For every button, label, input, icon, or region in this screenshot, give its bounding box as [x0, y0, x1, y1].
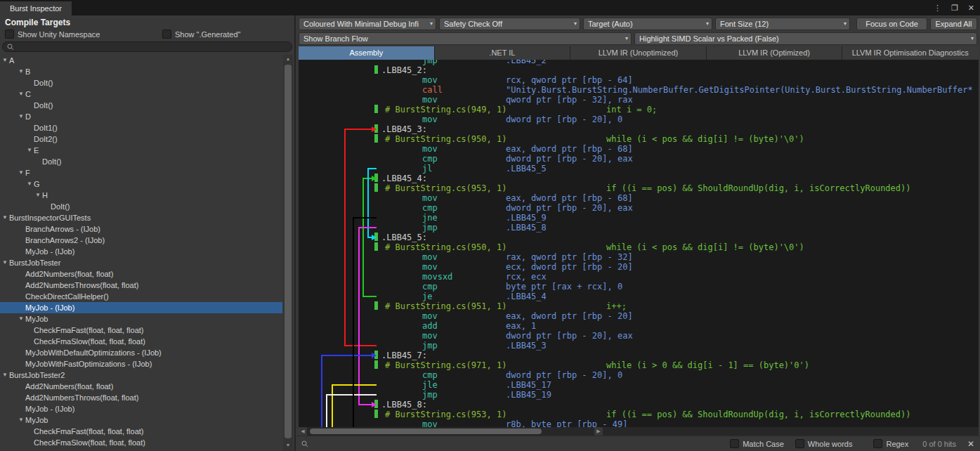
- expander-icon[interactable]: ▼: [18, 167, 25, 178]
- scroll-left-arrow[interactable]: ◀: [299, 427, 307, 436]
- horizontal-scrollbar[interactable]: ◀ ▶: [299, 427, 979, 436]
- expander-icon[interactable]: ▼: [2, 370, 9, 381]
- tree-item-brancharrows-ijob[interactable]: BranchArrows - (IJob): [0, 223, 282, 235]
- target-dropdown[interactable]: Target (Auto) ▾: [583, 18, 712, 30]
- tree-item-myjob-ijob[interactable]: MyJob - (IJob): [0, 403, 282, 414]
- expander-icon[interactable]: ▼: [35, 190, 42, 201]
- tree-item-label: DoIt(): [51, 202, 70, 211]
- match-case-checkbox[interactable]: Match Case: [730, 439, 784, 448]
- tree-item-label: H: [42, 191, 48, 200]
- tab-llvm-ir-optimized[interactable]: LLVM IR (Optimized): [707, 46, 843, 60]
- tree-item-doit[interactable]: DoIt(): [0, 77, 282, 89]
- font-size-dropdown[interactable]: Font Size (12) ▾: [715, 18, 850, 30]
- tree-item-add2numbers-float-float[interactable]: Add2Numbers(float, float): [0, 381, 282, 392]
- tree-item-h[interactable]: ▼H: [0, 190, 282, 201]
- tree-item-myjobwithdefaultoptimizations-ijob[interactable]: MyJobWithDefaultOptimizations - (IJob): [0, 347, 282, 358]
- show-generated-checkbox[interactable]: Show ".Generated": [162, 30, 240, 39]
- checkbox-box[interactable]: [162, 30, 171, 39]
- tree-item-myjob-ijob[interactable]: MyJob - (IJob): [0, 302, 282, 313]
- tree-item-myjob[interactable]: ▼MyJob: [0, 313, 282, 325]
- expander-icon[interactable]: ▼: [27, 145, 34, 156]
- targets-filter-input[interactable]: [17, 42, 287, 51]
- checkbox-box[interactable]: [730, 439, 739, 448]
- checkbox-box[interactable]: [873, 439, 882, 448]
- safety-check-dropdown[interactable]: Safety Check Off ▾: [439, 18, 580, 30]
- tree-item-checkdirectcallhelper[interactable]: CheckDirectCallHelper(): [0, 291, 282, 302]
- tree-item-doit2[interactable]: DoIt2(): [0, 133, 282, 145]
- expander-icon[interactable]: ▼: [2, 212, 9, 223]
- maximize-icon[interactable]: ❐: [951, 4, 958, 13]
- tree-item-add2numbersthrows-float-float[interactable]: Add2NumbersThrows(float, float): [0, 280, 282, 291]
- tree-item-burstjobtester[interactable]: ▼BurstJobTester: [0, 257, 282, 268]
- debug-information-dropdown[interactable]: Coloured With Minimal Debug Infi ▾: [299, 18, 436, 30]
- tree-item-checkfmaslow-float-float-float[interactable]: CheckFmaSlow(float, float, float): [0, 437, 282, 448]
- checkbox-box[interactable]: [5, 30, 14, 39]
- tree-item-checkfmaslow-float-float-float[interactable]: CheckFmaSlow(float, float, float): [0, 336, 282, 347]
- close-find-icon[interactable]: ✕: [967, 439, 974, 449]
- tree-item-myjobwithfastoptimizations-ijob[interactable]: MyJobWithFastOptimizations - (IJob): [0, 358, 282, 370]
- dropdown-value: Show Branch Flow: [303, 34, 368, 43]
- expand-all-button[interactable]: Expand All: [930, 18, 977, 30]
- tree-item-checkfmafast-float-float-float[interactable]: CheckFmaFast(float, float, float): [0, 426, 282, 437]
- expander-icon[interactable]: ▼: [18, 111, 25, 122]
- tree-item-b[interactable]: ▼B: [0, 66, 282, 77]
- tree-item-burstinspectorguitests[interactable]: ▼BurstInspectorGUITests: [0, 212, 282, 223]
- tree-item-e[interactable]: ▼E: [0, 145, 282, 156]
- close-icon[interactable]: ✕: [968, 4, 974, 13]
- chevron-down-icon: ▾: [971, 33, 974, 44]
- tree-item-c[interactable]: ▼C: [0, 89, 282, 100]
- tree-item-doit[interactable]: DoIt(): [0, 201, 282, 212]
- regex-checkbox[interactable]: Regex: [873, 439, 908, 448]
- expander-icon[interactable]: ▼: [18, 313, 25, 325]
- tree-item-g[interactable]: ▼G: [0, 178, 282, 190]
- tree-item-label: DoIt2(): [34, 135, 58, 143]
- tree-item-add2numbersthrows-float-float[interactable]: Add2NumbersThrows(float, float): [0, 392, 282, 403]
- tree-item-d[interactable]: ▼D: [0, 111, 282, 122]
- scrollbar-thumb[interactable]: [285, 65, 292, 438]
- expander-icon[interactable]: ▼: [2, 55, 9, 66]
- titlebar: Burst Inspector ⋮ ❐ ✕: [0, 0, 980, 15]
- tree-item-brancharrows2-ijob[interactable]: BranchArrows2 - (IJob): [0, 235, 282, 246]
- scroll-down-arrow[interactable]: ▼: [283, 441, 293, 450]
- expander-icon[interactable]: ▼: [18, 89, 25, 100]
- tree-item-burstjobtester2[interactable]: ▼BurstJobTester2: [0, 370, 282, 381]
- tree-item-myjob-ijob[interactable]: MyJob - (IJob): [0, 246, 282, 257]
- tree-item-label: MyJob: [25, 315, 48, 323]
- tree-item-label: CheckFmaSlow(float, float, float): [34, 438, 145, 447]
- menu-icon[interactable]: ⋮: [934, 4, 941, 13]
- tree-vertical-scrollbar[interactable]: ▲ ▼: [283, 55, 293, 451]
- find-input[interactable]: [315, 439, 723, 449]
- tree-item-myjob[interactable]: ▼MyJob: [0, 414, 282, 426]
- branch-arrowhead-icon: [372, 176, 377, 181]
- expander-icon[interactable]: ▼: [27, 178, 34, 190]
- assembly-code-view[interactable]: jmp.LBB45_2.LBB45_2:movrcx, qword ptr [r…: [299, 60, 979, 427]
- tab-llvm-ir-optimisation-diagnostics[interactable]: LLVM IR Optimisation Diagnostics: [842, 46, 978, 60]
- scroll-up-arrow[interactable]: ▲: [283, 55, 293, 63]
- expander-icon[interactable]: ▼: [18, 66, 25, 77]
- tree-item-doit[interactable]: DoIt(): [0, 100, 282, 111]
- targets-search-field[interactable]: [2, 41, 292, 52]
- tab-assembly[interactable]: Assembly: [299, 46, 435, 60]
- tab-llvm-ir-unoptimized[interactable]: LLVM IR (Unoptimized): [570, 46, 707, 60]
- simd-highlight-dropdown[interactable]: Highlight SIMD Scalar vs Packed (False) …: [634, 32, 977, 45]
- expander-icon[interactable]: ▼: [2, 257, 9, 268]
- focus-on-code-button[interactable]: Focus on Code: [856, 18, 927, 30]
- scrollbar-thumb[interactable]: [310, 429, 542, 434]
- tree-item-doit[interactable]: DoIt(): [0, 156, 282, 167]
- whole-words-checkbox[interactable]: Whole words: [795, 439, 853, 448]
- checkbox-box[interactable]: [795, 439, 804, 448]
- show-unity-namespace-checkbox[interactable]: Show Unity Namespace: [5, 30, 100, 39]
- window-tab[interactable]: Burst Inspector: [0, 1, 72, 15]
- tab-net-il[interactable]: .NET IL: [435, 46, 571, 60]
- tree-item-checkfmafast-float-float-float[interactable]: CheckFmaFast(float, float, float): [0, 325, 282, 336]
- tree-item-f[interactable]: ▼F: [0, 167, 282, 178]
- tree-item-a[interactable]: ▼A: [0, 55, 282, 66]
- scroll-right-arrow[interactable]: ▶: [594, 427, 603, 436]
- branch-flow-dropdown[interactable]: Show Branch Flow ▾: [299, 32, 632, 45]
- tree-item-doit1[interactable]: DoIt1(): [0, 122, 282, 133]
- tree-item-add2numbers-float-float[interactable]: Add2Numbers(float, float): [0, 268, 282, 280]
- tree-item-label: B: [25, 67, 30, 76]
- expander-icon[interactable]: ▼: [18, 414, 25, 426]
- tree-item-label: DoIt(): [34, 101, 53, 110]
- search-hits-count: 0 of 0 hits: [922, 440, 956, 448]
